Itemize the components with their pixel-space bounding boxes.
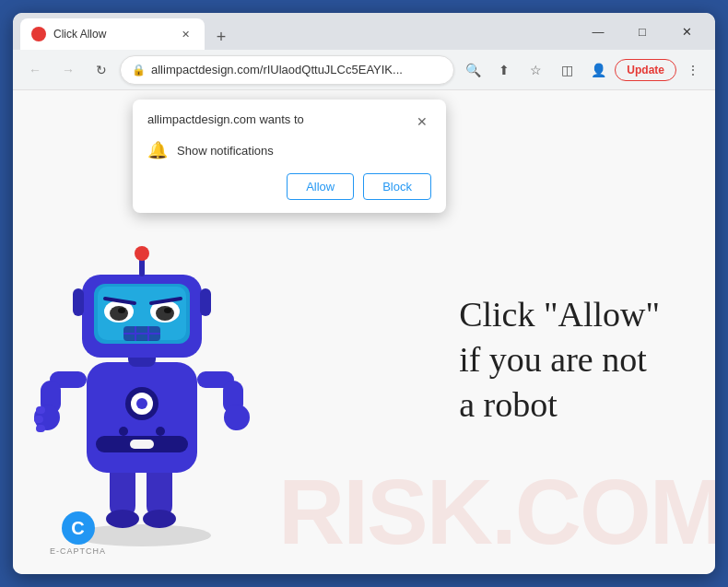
nav-actions: 🔍 ⬆ ☆ ◫ 👤 Update ⋮ xyxy=(458,55,708,85)
popup-close-button[interactable]: ✕ xyxy=(413,112,431,131)
page-text-line1: Click "Allow" xyxy=(459,291,660,336)
nav-bar: ← → ↻ 🔒 allimpactdesign.com/rIUlaodQttuJ… xyxy=(13,50,715,90)
svg-point-31 xyxy=(156,306,174,321)
browser-window: Click Allow ✕ + — □ ✕ ← → ↻ 🔒 allimpactd… xyxy=(13,13,715,574)
svg-point-11 xyxy=(119,427,128,436)
allow-button[interactable]: Allow xyxy=(287,173,354,200)
captcha-label: E-CAPTCHA xyxy=(50,546,106,556)
svg-point-41 xyxy=(135,246,149,261)
notification-label: Show notifications xyxy=(177,144,274,158)
page-content: RISK.COM xyxy=(13,90,715,574)
bookmark-button[interactable]: ☆ xyxy=(521,55,550,85)
svg-point-21 xyxy=(224,405,250,430)
popup-buttons: Allow Block xyxy=(147,173,431,200)
notification-popup: allimpactdesign.com wants to ✕ 🔔 Show no… xyxy=(133,100,446,213)
window-controls: — □ ✕ xyxy=(577,17,708,46)
svg-rect-39 xyxy=(200,288,211,316)
window-minimize-button[interactable]: — xyxy=(577,17,619,46)
tab-favicon xyxy=(31,27,46,41)
tab-strip: Click Allow ✕ + xyxy=(20,13,577,50)
svg-point-4 xyxy=(143,510,176,528)
search-button[interactable]: 🔍 xyxy=(458,55,487,85)
window-maximize-button[interactable]: □ xyxy=(621,17,663,46)
refresh-button[interactable]: ↻ xyxy=(87,55,116,85)
svg-point-12 xyxy=(156,427,165,436)
new-tab-button[interactable]: + xyxy=(208,24,234,50)
popup-header: allimpactdesign.com wants to ✕ xyxy=(147,112,431,131)
popup-title: allimpactdesign.com wants to xyxy=(147,112,304,126)
svg-rect-18 xyxy=(36,425,45,432)
svg-point-28 xyxy=(118,308,125,313)
tab-title: Click Allow xyxy=(53,28,170,41)
svg-point-32 xyxy=(164,308,171,313)
svg-rect-17 xyxy=(34,416,43,423)
window-close-button[interactable]: ✕ xyxy=(665,17,708,46)
address-text: allimpactdesign.com/rIUlaodQttuJLCc5EAYI… xyxy=(151,63,442,76)
block-button[interactable]: Block xyxy=(363,173,431,200)
address-bar[interactable]: 🔒 allimpactdesign.com/rIUlaodQttuJLCc5EA… xyxy=(120,55,454,85)
svg-point-27 xyxy=(110,306,128,321)
update-button[interactable]: Update xyxy=(615,59,676,81)
captcha-badge: C E-CAPTCHA xyxy=(50,511,106,556)
robot-illustration xyxy=(31,187,289,556)
title-bar: Click Allow ✕ + — □ ✕ xyxy=(13,13,715,50)
share-button[interactable]: ⬆ xyxy=(489,55,519,85)
svg-rect-16 xyxy=(36,406,45,414)
back-button[interactable]: ← xyxy=(20,55,50,85)
tab-close-button[interactable]: ✕ xyxy=(177,26,194,42)
watermark-text: RISK.COM xyxy=(278,459,715,565)
forward-button[interactable]: → xyxy=(53,55,83,85)
active-tab[interactable]: Click Allow ✕ xyxy=(20,18,205,50)
svg-rect-38 xyxy=(73,288,84,316)
popup-notification-row: 🔔 Show notifications xyxy=(147,140,431,160)
profile-button[interactable]: 👤 xyxy=(583,55,613,85)
page-text-line3: a robot xyxy=(459,382,660,428)
bell-icon: 🔔 xyxy=(147,140,168,160)
svg-rect-7 xyxy=(130,440,154,449)
extensions-button[interactable]: ◫ xyxy=(552,55,581,85)
captcha-logo: C xyxy=(62,511,95,545)
svg-point-10 xyxy=(136,398,147,409)
svg-point-3 xyxy=(106,510,139,528)
lock-icon: 🔒 xyxy=(132,64,146,76)
page-main-text: Click "Allow" if you are not a robot xyxy=(459,291,660,428)
menu-button[interactable]: ⋮ xyxy=(678,55,708,85)
page-text-line2: if you are not xyxy=(459,336,660,382)
